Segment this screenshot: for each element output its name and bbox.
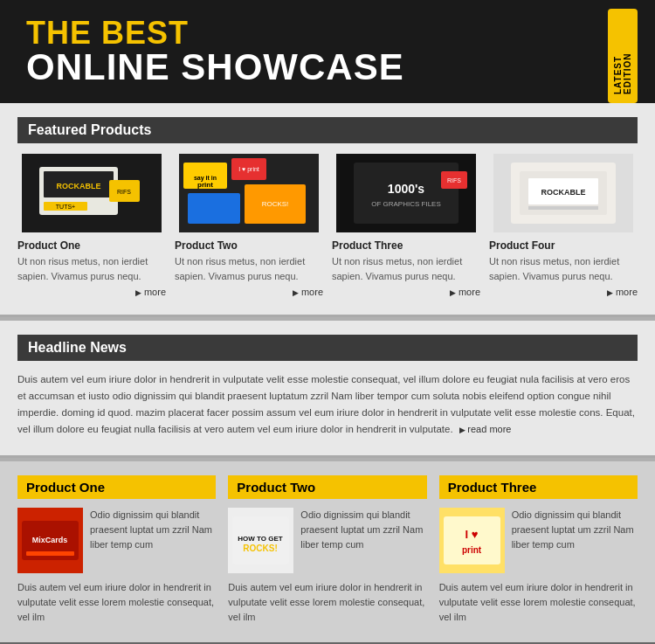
- bottom-col-3: Product Three I ♥ print Odio dignissim q…: [439, 475, 638, 625]
- featured-product-2-name: Product Two: [175, 239, 323, 252]
- featured-product-2: say it in print I ♥ print ROCKS! Product…: [175, 154, 323, 297]
- header: THE BEST ONLINE SHOWCASE LATEST EDITION: [0, 0, 655, 103]
- svg-text:HOW TO GET: HOW TO GET: [238, 535, 284, 543]
- news-body-text: Duis autem vel eum iriure dolor in hendr…: [17, 374, 635, 434]
- bottom-col-3-body: Duis autem vel eum iriure dolor in hendr…: [439, 580, 638, 625]
- svg-text:RIFS: RIFS: [447, 177, 461, 184]
- featured-product-1-more[interactable]: more: [17, 287, 166, 297]
- featured-product-2-more[interactable]: more: [175, 287, 323, 297]
- bottom-col-3-product-image: I ♥ print: [439, 508, 505, 573]
- bottom-product-3-svg: I ♥ print: [439, 508, 505, 573]
- featured-product-4-desc: Ut non risus metus, non ierdiet sapien. …: [489, 254, 638, 283]
- bottom-product-1-svg: MixCards: [17, 508, 83, 573]
- bottom-col-2-product-desc: Odio dignissim qui blandit praesent lupt…: [300, 508, 426, 573]
- featured-products-section: Featured Products ROCKABLE TUTS+ RIFS Pr…: [0, 103, 655, 317]
- featured-product-3-image: 1000's OF GRAPHICS FILES RIFS: [332, 154, 480, 232]
- svg-rect-32: [26, 551, 74, 556]
- bottom-col-1-product-image: MixCards: [17, 508, 83, 573]
- svg-rect-28: [528, 206, 598, 210]
- bottom-col-2-title: Product Two: [228, 475, 426, 499]
- bottom-col-2-body: Duis autem vel eum iriure dolor in hendr…: [228, 580, 426, 625]
- news-section: Headline News Duis autem vel eum iriure …: [0, 321, 655, 458]
- svg-text:I ♥ print: I ♥ print: [238, 166, 259, 173]
- news-body: Duis autem vel eum iriure dolor in hendr…: [17, 371, 638, 438]
- featured-product-1: ROCKABLE TUTS+ RIFS Product One Ut non r…: [17, 154, 166, 297]
- svg-text:1000's: 1000's: [388, 182, 424, 196]
- featured-product-1-desc: Ut non risus metus, non ierdiet sapien. …: [17, 254, 166, 283]
- svg-text:ROCKS!: ROCKS!: [262, 200, 289, 208]
- featured-product-3-name: Product Three: [332, 239, 480, 252]
- read-more-link[interactable]: read more: [459, 424, 512, 434]
- header-title-line1: THE BEST: [26, 17, 629, 49]
- bottom-col-2: Product Two HOW TO GET ROCKS! Odio digni…: [228, 475, 426, 625]
- featured-section-title: Featured Products: [17, 117, 638, 143]
- svg-text:OF GRAPHICS FILES: OF GRAPHICS FILES: [371, 200, 441, 208]
- bottom-col-1: Product One MixCards Odio dignissim qui …: [17, 475, 216, 625]
- svg-text:print: print: [197, 181, 213, 189]
- featured-product-1-image: ROCKABLE TUTS+ RIFS: [17, 154, 166, 232]
- bottom-col-2-product-image: HOW TO GET ROCKS!: [228, 508, 293, 573]
- bottom-col-1-body: Duis autem vel eum iriure dolor in hendr…: [17, 580, 216, 625]
- svg-text:print: print: [462, 545, 482, 555]
- featured-product-1-name: Product One: [17, 239, 166, 252]
- bottom-section: Product One MixCards Odio dignissim qui …: [0, 461, 655, 642]
- svg-rect-14: [188, 193, 240, 224]
- svg-text:RIFS: RIFS: [117, 189, 131, 195]
- bottom-col-1-product-desc: Odio dignissim qui blandit praesent lupt…: [90, 508, 216, 573]
- svg-text:MixCards: MixCards: [32, 536, 68, 544]
- bottom-col-3-product-row: I ♥ print Odio dignissim qui blandit pra…: [439, 508, 638, 573]
- latest-edition-badge: LATEST EDITION: [608, 9, 638, 103]
- svg-text:TUTS+: TUTS+: [56, 204, 75, 210]
- svg-text:ROCKABLE: ROCKABLE: [541, 188, 586, 197]
- bottom-col-3-product-desc: Odio dignissim qui blandit praesent lupt…: [512, 508, 638, 573]
- featured-product-4-image: ROCKABLE: [489, 154, 638, 232]
- svg-text:ROCKS!: ROCKS!: [244, 544, 278, 553]
- featured-product-2-image: say it in print I ♥ print ROCKS!: [175, 154, 323, 232]
- featured-product-3-more[interactable]: more: [332, 287, 480, 297]
- featured-product-4: ROCKABLE Product Four Ut non risus metus…: [489, 154, 638, 297]
- news-section-title: Headline News: [17, 335, 638, 361]
- main-content: Featured Products ROCKABLE TUTS+ RIFS Pr…: [0, 103, 655, 642]
- bottom-grid: Product One MixCards Odio dignissim qui …: [17, 475, 638, 625]
- featured-product-4-name: Product Four: [489, 239, 638, 252]
- featured-product-2-desc: Ut non risus metus, non ierdiet sapien. …: [175, 254, 323, 283]
- featured-grid: ROCKABLE TUTS+ RIFS Product One Ut non r…: [17, 154, 638, 297]
- svg-text:ROCKABLE: ROCKABLE: [57, 182, 101, 190]
- featured-product-3: 1000's OF GRAPHICS FILES RIFS Product Th…: [332, 154, 480, 297]
- bottom-col-2-product-row: HOW TO GET ROCKS! Odio dignissim qui bla…: [228, 508, 426, 573]
- bottom-col-1-product-row: MixCards Odio dignissim qui blandit prae…: [17, 508, 216, 573]
- bottom-product-2-svg: HOW TO GET ROCKS!: [228, 508, 293, 573]
- featured-product-4-more[interactable]: more: [489, 287, 638, 297]
- bottom-col-3-title: Product Three: [439, 475, 638, 499]
- bottom-col-1-title: Product One: [17, 475, 216, 499]
- featured-product-3-desc: Ut non risus metus, non ierdiet sapien. …: [332, 254, 480, 283]
- header-title-line2: ONLINE SHOWCASE: [26, 49, 629, 86]
- svg-text:I ♥: I ♥: [465, 528, 478, 541]
